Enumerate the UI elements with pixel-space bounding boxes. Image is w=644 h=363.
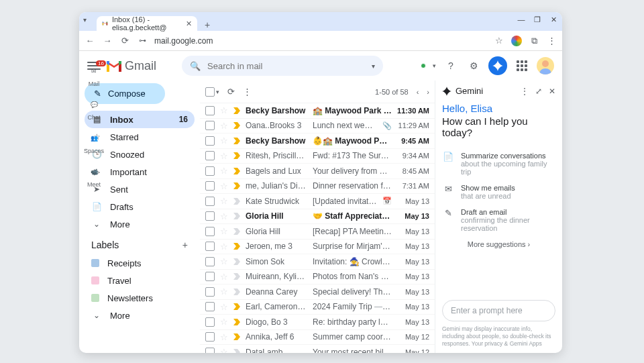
star-icon[interactable]: ☆ xyxy=(220,105,228,115)
row-checkbox[interactable] xyxy=(205,242,215,251)
settings-icon[interactable]: ⚙ xyxy=(466,58,482,74)
star-icon[interactable]: ☆ xyxy=(220,332,228,342)
more-actions-button[interactable]: ⋮ xyxy=(243,87,252,97)
row-checkbox[interactable] xyxy=(205,317,215,327)
rail-item-chat[interactable]: 💬Chat xyxy=(86,97,102,121)
importance-icon[interactable] xyxy=(233,333,240,340)
star-icon[interactable]: ☆ xyxy=(220,151,228,161)
importance-icon[interactable] xyxy=(233,349,240,353)
email-row[interactable]: ☆ Gloria Hill [Recap] PTA Meeting: May 1… xyxy=(200,224,435,240)
add-label-button[interactable]: + xyxy=(182,240,188,250)
gemini-close-icon[interactable]: ✕ xyxy=(549,87,555,96)
row-checkbox[interactable] xyxy=(205,106,215,115)
gemini-button[interactable] xyxy=(488,56,507,75)
star-icon[interactable]: ☆ xyxy=(220,302,228,312)
gemini-suggestion[interactable]: ✎Draft an emailconfirming the dinner res… xyxy=(442,204,555,236)
star-icon[interactable]: ☆ xyxy=(220,136,228,146)
browser-tab[interactable]: Inbox (16) - elisa.g.beckett@ ✕ xyxy=(97,16,197,31)
importance-icon[interactable] xyxy=(233,198,240,205)
row-checkbox[interactable] xyxy=(205,151,215,160)
star-icon[interactable]: ☆ xyxy=(220,196,228,206)
maximize-icon[interactable]: ❐ xyxy=(533,15,542,24)
star-icon[interactable]: ☆ xyxy=(220,256,228,266)
row-checkbox[interactable] xyxy=(205,257,215,266)
row-checkbox[interactable] xyxy=(205,332,215,342)
search-box[interactable]: 🔍 ▾ xyxy=(182,56,383,76)
tab-search-icon[interactable]: ▾ xyxy=(83,16,87,23)
label-item-travel[interactable]: Travel xyxy=(85,272,195,289)
gemini-menu-icon[interactable]: ⋮ xyxy=(521,87,529,96)
email-row[interactable]: ☆ Earl, Cameron, me 4 2024 Family Trip —… xyxy=(200,300,435,315)
row-checkbox[interactable] xyxy=(205,197,215,206)
importance-icon[interactable] xyxy=(233,289,240,295)
star-icon[interactable]: ☆ xyxy=(220,242,228,252)
google-apps-button[interactable] xyxy=(514,58,530,74)
email-row[interactable]: ☆ DataLamb Your most recent billing stat… xyxy=(200,345,435,353)
refresh-button[interactable]: ⟳ xyxy=(227,87,235,97)
importance-icon[interactable] xyxy=(233,303,240,310)
importance-icon[interactable] xyxy=(233,122,240,129)
label-item-newsletters[interactable]: Newsletters xyxy=(85,289,195,307)
prev-page-button[interactable]: ‹ xyxy=(417,88,419,96)
email-row[interactable]: ☆ me, Julian's Diner Dinner reservation … xyxy=(200,179,435,195)
star-icon[interactable]: ☆ xyxy=(220,226,228,236)
rail-item-mail[interactable]: ✉16Mail xyxy=(86,63,102,87)
row-checkbox[interactable] xyxy=(205,181,215,191)
select-dropdown-icon[interactable]: ▾ xyxy=(216,89,219,95)
extensions-icon[interactable]: ⧉ xyxy=(529,36,539,46)
star-icon[interactable]: ☆ xyxy=(220,287,228,297)
row-checkbox[interactable] xyxy=(205,302,215,311)
gemini-suggestion[interactable]: ✉Show me emailsthat are unread xyxy=(442,180,555,204)
select-all-checkbox[interactable] xyxy=(205,87,215,97)
gemini-suggestion[interactable]: 📄Summarize conversationsabout the upcomi… xyxy=(442,148,555,180)
url-text[interactable]: mail.google.com xyxy=(154,36,487,46)
reload-button[interactable]: ⟳ xyxy=(119,36,130,46)
search-input[interactable] xyxy=(207,61,365,71)
label-item-receipts[interactable]: Receipts xyxy=(85,254,195,272)
email-row[interactable]: ☆ Jeroen, me 3 Surprise for Mirjam's Bir… xyxy=(200,240,435,255)
star-icon[interactable]: ☆ xyxy=(220,317,228,327)
row-checkbox[interactable] xyxy=(205,121,215,130)
status-indicator-icon[interactable] xyxy=(421,63,426,68)
star-icon[interactable]: ☆ xyxy=(220,347,228,353)
row-checkbox[interactable] xyxy=(205,136,215,146)
email-row[interactable]: ☆ Simon Sok Invitation: 🧙 Crowley x Gray… xyxy=(200,254,435,270)
email-row[interactable]: ☆ Kate Strudwick [Updated invitation] Su… xyxy=(200,194,435,209)
row-checkbox[interactable] xyxy=(205,211,215,221)
importance-icon[interactable] xyxy=(233,273,240,280)
importance-icon[interactable] xyxy=(233,243,240,250)
star-icon[interactable]: ☆ xyxy=(220,121,228,131)
importance-icon[interactable] xyxy=(233,168,240,174)
new-tab-button[interactable]: + xyxy=(201,19,213,31)
email-row[interactable]: ☆ Oana..Brooks 3 Lunch next week? — That… xyxy=(200,119,435,134)
star-icon[interactable]: ☆ xyxy=(220,166,228,176)
gemini-prompt-input[interactable]: Enter a prompt here xyxy=(442,300,555,321)
importance-icon[interactable] xyxy=(233,258,240,265)
row-checkbox[interactable] xyxy=(205,166,215,176)
row-checkbox[interactable] xyxy=(205,272,215,281)
importance-icon[interactable] xyxy=(233,319,240,325)
support-icon[interactable]: ? xyxy=(443,58,459,74)
star-icon[interactable]: ☆ xyxy=(220,211,228,221)
email-row[interactable]: ☆ Muireann, Kylie, David Photos from Nan… xyxy=(200,270,435,285)
row-checkbox[interactable] xyxy=(205,287,215,297)
sidebar-item-drafts[interactable]: 📄Drafts xyxy=(85,198,195,215)
importance-icon[interactable] xyxy=(233,228,240,235)
importance-icon[interactable] xyxy=(233,107,240,114)
email-row[interactable]: ☆ Becky Barshow 🏫 Maywood Park Elementar… xyxy=(200,103,435,119)
forward-button[interactable]: → xyxy=(102,36,113,46)
row-checkbox[interactable] xyxy=(205,348,215,353)
email-row[interactable]: ☆ Gloria Hill 🤝 Staff Appreciation Week … xyxy=(200,209,435,225)
rail-item-meet[interactable]: 📹Meet xyxy=(86,164,102,188)
minimize-icon[interactable]: — xyxy=(517,15,526,24)
rail-item-spaces[interactable]: 👥Spaces xyxy=(84,130,104,154)
email-row[interactable]: ☆ Annika, Jeff 6 Summer camp coordinatio… xyxy=(200,330,435,346)
more-suggestions-button[interactable]: More suggestions › xyxy=(442,240,555,248)
status-chevron-icon[interactable]: ▾ xyxy=(433,62,436,69)
importance-icon[interactable] xyxy=(233,152,240,159)
back-button[interactable]: ← xyxy=(85,36,95,46)
account-avatar[interactable] xyxy=(537,57,554,74)
close-window-icon[interactable]: ✕ xyxy=(549,15,558,24)
row-checkbox[interactable] xyxy=(205,227,215,236)
star-icon[interactable]: ☆ xyxy=(220,272,228,282)
